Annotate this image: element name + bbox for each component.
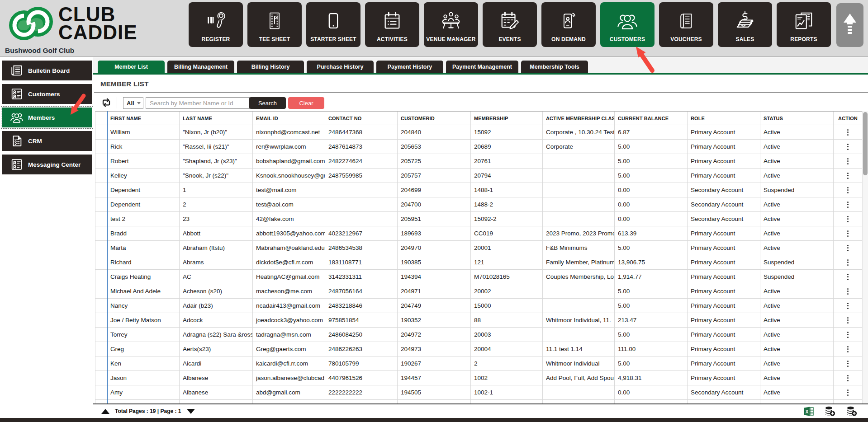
nav-button-label: TEE SHEET xyxy=(259,36,290,42)
tab-payment-history[interactable]: Payment History xyxy=(376,61,443,73)
nav-button-events[interactable]: EVENTS xyxy=(483,2,537,47)
row-select-cell xyxy=(95,226,107,240)
row-menu-icon[interactable] xyxy=(844,185,852,195)
nav-button-register[interactable]: REGISTER xyxy=(189,2,243,47)
cell-last-name: Aerts(s23) xyxy=(180,342,253,356)
cell-last-name: Adcock xyxy=(180,313,253,327)
cell-first-name: Torrey xyxy=(107,328,180,342)
row-menu-icon[interactable] xyxy=(844,286,852,296)
row-menu-icon[interactable] xyxy=(844,142,852,152)
cell-email-id: ncadair413@gmail.com xyxy=(253,299,325,313)
cell-first-name: Dependent xyxy=(107,197,180,211)
brand-wordmark: CLUB CADDIE xyxy=(58,5,138,42)
nav-button-vouchers[interactable]: VOUCHERS xyxy=(659,2,713,47)
row-menu-icon[interactable] xyxy=(844,315,852,325)
row-menu-icon[interactable] xyxy=(844,344,852,354)
sidebar-item-customers[interactable]: Customers xyxy=(2,84,92,104)
row-menu-icon[interactable] xyxy=(844,127,852,137)
table-row: BraddAbbottabbott19305@yahoo.com40232129… xyxy=(95,226,862,241)
row-menu-icon[interactable] xyxy=(844,373,852,383)
row-menu-icon[interactable] xyxy=(844,388,852,398)
row-menu-icon[interactable] xyxy=(844,214,852,224)
filter-select[interactable]: All xyxy=(123,97,143,109)
customers-group-icon xyxy=(617,8,638,33)
row-menu-icon[interactable] xyxy=(844,330,852,340)
row-select-cell xyxy=(95,183,107,197)
cell-role: Primary Account xyxy=(688,270,760,284)
tab-billing-management[interactable]: Billing Management xyxy=(167,61,234,73)
cell-current-balance: 0.00 xyxy=(615,385,688,399)
cell-email-id: tadragna@msn.com xyxy=(253,328,325,342)
table-row: Joe / Betty MatsonAdcockjoeadcock3@yahoo… xyxy=(95,313,862,328)
nav-button-venue-manager[interactable]: VENUE MANAGER xyxy=(424,2,478,47)
scroll-top-button[interactable] xyxy=(836,3,863,47)
cell-first-name: Michael And Adele xyxy=(107,284,180,298)
page-down-icon[interactable] xyxy=(187,409,195,414)
row-menu-icon[interactable] xyxy=(844,359,852,369)
refresh-icon[interactable] xyxy=(101,97,112,108)
tab-billing-history[interactable]: Billing History xyxy=(237,61,304,73)
cell-first-name: Kelley xyxy=(107,169,180,183)
nav-button-sales[interactable]: SALES xyxy=(718,2,772,47)
export-data-up-icon[interactable] xyxy=(846,406,857,416)
column-header-contact-no: CONTACT NO xyxy=(325,112,398,125)
row-select-cell xyxy=(95,328,107,342)
club-name: Bushwood Golf Club xyxy=(5,47,74,55)
row-menu-icon[interactable] xyxy=(844,229,852,239)
tab-purchase-history[interactable]: Purchase History xyxy=(307,61,374,73)
cell-email-id: Ksnook.snookhousey@gr xyxy=(253,169,325,183)
cell-current-balance: 0.00 xyxy=(615,197,688,211)
cell-action xyxy=(834,385,862,399)
sidebar-item-bulletin-board[interactable]: Bulletin Board xyxy=(2,61,92,80)
nav-button-label: ON DEMAND xyxy=(551,36,586,42)
nav-button-activities[interactable]: ACTIVITIES xyxy=(365,2,419,47)
cell-first-name: Joe / Betty Matson xyxy=(107,313,180,327)
cell-email-id: nixonphd@comcast.net xyxy=(253,125,325,139)
cell-email-id: test@mail.com xyxy=(253,183,325,197)
cell-active-membership-classes xyxy=(543,183,615,197)
nav-button-customers[interactable]: CUSTOMERS xyxy=(600,2,655,47)
nav-button-tee-sheet[interactable]: TEE SHEET xyxy=(247,2,302,47)
cell-customerid: 205725 xyxy=(398,154,471,168)
page-up-icon[interactable] xyxy=(101,409,109,414)
table-row: RichardAbramsdickdot$e@cfl.rr.com1831108… xyxy=(95,255,862,270)
sidebar-item-crm[interactable]: CRM xyxy=(2,131,92,151)
tab-membership-tools[interactable]: Membership Tools xyxy=(521,61,588,73)
export-excel-icon[interactable]: X xyxy=(804,407,814,416)
title-separator xyxy=(94,92,868,93)
nav-button-starter-sheet[interactable]: STARTER SHEET xyxy=(306,2,360,47)
cell-active-membership-classes: Whitmoor Individual xyxy=(543,356,615,370)
cell-contact-no: 2486084250 xyxy=(325,328,398,342)
search-input[interactable] xyxy=(146,97,250,109)
cell-contact-no: 4023212967 xyxy=(325,226,398,240)
clear-button[interactable]: Clear xyxy=(288,97,324,109)
cell-action xyxy=(834,125,862,139)
cell-status: Active xyxy=(760,169,834,183)
nav-button-label: EVENTS xyxy=(498,36,521,42)
cell-active-membership-classes xyxy=(543,154,615,168)
tab-payment-management[interactable]: Payment Management xyxy=(446,61,518,73)
row-menu-icon[interactable] xyxy=(844,272,852,282)
row-menu-icon[interactable] xyxy=(844,258,852,267)
nav-button-reports[interactable]: REPORTS xyxy=(777,2,831,47)
cell-status: Suspended xyxy=(760,270,834,284)
cell-status: Active xyxy=(760,212,834,226)
sidebar-item-members[interactable]: Members xyxy=(2,108,92,127)
cell-membership: 1488-2 xyxy=(471,197,543,211)
row-menu-icon[interactable] xyxy=(844,171,852,181)
export-data-down-icon[interactable] xyxy=(825,406,835,416)
scrollbar-thumb[interactable] xyxy=(863,112,868,175)
row-menu-icon[interactable] xyxy=(844,301,852,311)
cell-membership: 20794 xyxy=(471,169,543,183)
tab-member-list[interactable]: Member List xyxy=(98,61,165,73)
sidebar-item-messaging-center[interactable]: Messaging Center xyxy=(2,155,92,174)
row-menu-icon[interactable] xyxy=(844,156,852,166)
row-menu-icon[interactable] xyxy=(844,243,852,253)
nav-button-label: REPORTS xyxy=(790,36,817,42)
nav-button-on-demand[interactable]: ON DEMAND xyxy=(541,2,596,47)
search-button[interactable]: Search xyxy=(249,97,286,109)
row-menu-icon[interactable] xyxy=(844,200,852,210)
club-caddie-logo-icon xyxy=(5,3,56,46)
cell-last-name: 23 xyxy=(180,212,253,226)
cell-empty xyxy=(107,400,180,403)
